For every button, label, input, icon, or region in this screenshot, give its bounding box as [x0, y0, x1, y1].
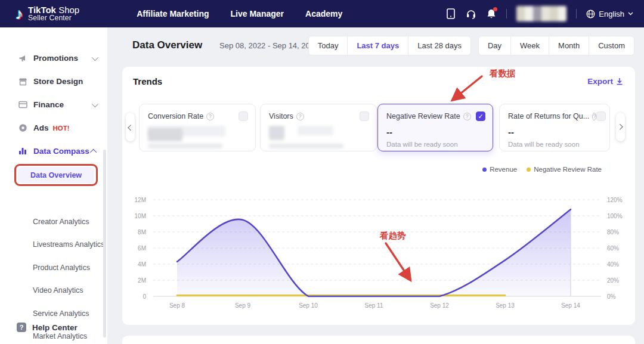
- redacted-value: [148, 128, 182, 141]
- help-circle-icon[interactable]: ?: [296, 113, 304, 120]
- annotation-arrow-down-left: [447, 73, 489, 104]
- annotation-arrow-down-right: [377, 238, 419, 286]
- help-circle-icon[interactable]: ?: [206, 113, 214, 120]
- brand-line2: Seller Center: [28, 14, 79, 22]
- metric-title: Negative Review Rate: [386, 112, 460, 120]
- svg-text:Sep 10: Sep 10: [299, 302, 318, 309]
- svg-text:Sep 13: Sep 13: [496, 302, 515, 309]
- storefront-icon: [18, 77, 27, 86]
- sidebar: Promotions Store Design Finance Ads HOT!…: [0, 27, 107, 344]
- redacted-value: [269, 126, 284, 140]
- help-circle-icon[interactable]: ?: [463, 113, 471, 120]
- sidebar-item-label: Ads: [33, 123, 49, 132]
- cards-scroll-left-button[interactable]: [126, 113, 135, 141]
- megaphone-icon: [18, 54, 27, 63]
- notification-badge-dot: [493, 7, 497, 11]
- metric-value: --: [386, 127, 485, 137]
- tiktok-shop-logo[interactable]: ♪ TikTok Shop Seller Center: [16, 5, 79, 23]
- legend-label: Negative Review Rate: [534, 166, 602, 173]
- metric-card-visitors[interactable]: Visitors?: [260, 104, 377, 151]
- top-navbar: ♪ TikTok Shop Seller Center Affiliate Ma…: [0, 0, 644, 27]
- nav-link-live-manager[interactable]: Live Manager: [231, 9, 284, 18]
- metric-checkbox-checked[interactable]: ✓: [476, 111, 485, 121]
- sidebar-item-finance[interactable]: Finance: [0, 93, 107, 116]
- svg-text:12M: 12M: [135, 197, 146, 203]
- support-headset-icon[interactable]: [466, 8, 476, 19]
- sidebar-subitem-product-analytics[interactable]: Product Analytics: [0, 256, 107, 280]
- chart-legend: Revenue Negative Review Rate: [482, 166, 602, 173]
- hot-badge: HOT!: [53, 125, 70, 132]
- range-button-today[interactable]: Today: [308, 36, 348, 55]
- metric-card-rate-of-returns[interactable]: Rate of Returns for Qu...? -- Data will …: [499, 104, 610, 151]
- svg-text:Sep 12: Sep 12: [430, 302, 449, 309]
- brand-name: TikTok: [28, 5, 56, 15]
- language-selector[interactable]: English: [586, 10, 633, 18]
- divider: [576, 9, 577, 18]
- metric-checkbox-unchecked[interactable]: [596, 111, 606, 121]
- granularity-button-custom[interactable]: Custom: [589, 36, 634, 55]
- sidebar-item-help-center[interactable]: ? Help Center: [0, 317, 107, 338]
- svg-text:Sep 8: Sep 8: [169, 302, 185, 309]
- redacted-subtext: [148, 144, 222, 148]
- svg-text:60%: 60%: [607, 245, 619, 252]
- sidebar-scrollbar[interactable]: [103, 150, 106, 337]
- granularity-button-day[interactable]: Day: [478, 36, 511, 55]
- sidebar-item-store-design[interactable]: Store Design: [0, 70, 107, 93]
- nav-link-academy[interactable]: Academy: [305, 9, 342, 18]
- metric-checkbox-unchecked[interactable]: [239, 111, 248, 121]
- granularity-button-week[interactable]: Week: [510, 36, 549, 55]
- svg-text:4M: 4M: [138, 261, 146, 268]
- mobile-app-icon[interactable]: [445, 8, 456, 19]
- sidebar-item-ads[interactable]: Ads HOT!: [0, 116, 107, 140]
- finance-card-icon: [18, 100, 27, 110]
- sidebar-subitem-livestreams-analytics[interactable]: Livestreams Analytics: [0, 233, 107, 256]
- svg-text:80%: 80%: [607, 229, 619, 235]
- nav-link-affiliate-marketing[interactable]: Affiliate Marketing: [137, 9, 209, 18]
- svg-text:0%: 0%: [607, 293, 616, 300]
- legend-dot-negative-review-rate: [527, 168, 531, 172]
- metric-card-conversion-rate[interactable]: Conversion Rate?: [139, 104, 256, 151]
- svg-text:6M: 6M: [138, 245, 146, 252]
- svg-text:8M: 8M: [138, 229, 146, 235]
- granularity-button-month[interactable]: Month: [549, 36, 589, 55]
- annotation-view-data: 看数据: [490, 68, 516, 79]
- date-range-button-group: Today Last 7 days Last 28 days: [308, 36, 471, 55]
- svg-text:20%: 20%: [607, 277, 619, 284]
- legend-dot-revenue: [482, 168, 487, 172]
- sidebar-item-data-compass[interactable]: Data Compass: [0, 140, 107, 163]
- sidebar-item-label: Promotions: [33, 54, 78, 63]
- sidebar-item-label: Store Design: [33, 77, 83, 86]
- legend-item-negative-review-rate[interactable]: Negative Review Rate: [527, 166, 602, 173]
- help-circle-icon[interactable]: ?: [592, 113, 596, 120]
- sidebar-item-promotions[interactable]: Promotions: [0, 47, 107, 70]
- legend-item-revenue[interactable]: Revenue: [482, 166, 517, 173]
- metric-card-negative-review-rate[interactable]: Negative Review Rate?✓ -- Data will be r…: [377, 104, 493, 151]
- brand-suffix: Shop: [56, 5, 79, 15]
- range-button-last-28-days[interactable]: Last 28 days: [408, 36, 471, 55]
- notifications-bell-icon[interactable]: [486, 8, 497, 19]
- redacted-subtext: [269, 144, 343, 148]
- metric-checkbox-unchecked[interactable]: [360, 111, 369, 121]
- main-content: Data Overview Sep 08, 2022 - Sep 14, 202…: [107, 27, 644, 344]
- next-section-panel: [122, 336, 635, 344]
- redacted-value: [298, 126, 333, 135]
- cards-scroll-right-button[interactable]: [616, 113, 625, 141]
- globe-icon: [586, 10, 595, 18]
- metric-title: Rate of Returns for Qu...: [508, 112, 589, 120]
- red-annotation-box: [14, 164, 98, 186]
- svg-text:0: 0: [143, 293, 146, 300]
- trends-panel: Trends Export 看数据 Conversion Rate? Visit…: [122, 67, 635, 325]
- tiktok-note-icon: ♪: [16, 6, 23, 21]
- account-name-redacted[interactable]: [516, 6, 566, 21]
- granularity-button-group: Day Week Month Custom: [478, 36, 634, 55]
- metric-title: Conversion Rate: [148, 112, 203, 120]
- language-label: English: [599, 10, 624, 18]
- sidebar-subitem-video-analytics[interactable]: Video Analytics: [0, 279, 107, 302]
- sidebar-subitem-creator-analytics[interactable]: Creator Analytics: [0, 210, 107, 234]
- svg-text:Sep 9: Sep 9: [235, 302, 251, 309]
- export-button[interactable]: Export: [587, 77, 623, 86]
- range-button-last-7-days[interactable]: Last 7 days: [347, 36, 408, 55]
- chevron-down-icon: [92, 100, 98, 107]
- question-mark-icon: ?: [17, 323, 26, 332]
- sidebar-item-label: Data Compass: [33, 147, 89, 156]
